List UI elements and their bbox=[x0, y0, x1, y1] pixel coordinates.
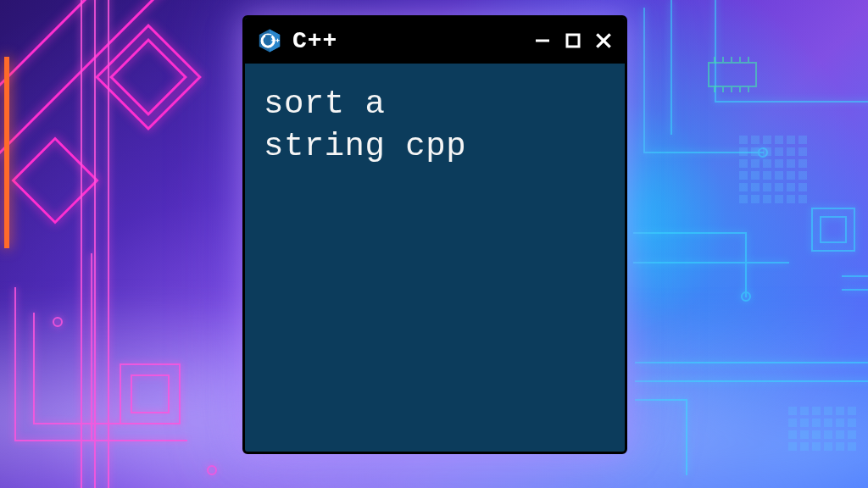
svg-rect-74 bbox=[800, 419, 809, 427]
svg-rect-77 bbox=[836, 419, 844, 427]
svg-rect-60 bbox=[798, 183, 807, 191]
svg-rect-37 bbox=[739, 147, 748, 156]
svg-rect-68 bbox=[800, 407, 809, 415]
content-text: sort a string cpp bbox=[264, 84, 606, 169]
svg-rect-50 bbox=[751, 171, 760, 180]
svg-rect-41 bbox=[787, 147, 795, 156]
svg-rect-62 bbox=[751, 195, 760, 203]
maximize-button[interactable] bbox=[564, 31, 582, 50]
svg-line-0 bbox=[0, 0, 170, 119]
svg-rect-64 bbox=[775, 195, 783, 203]
svg-rect-81 bbox=[812, 430, 821, 439]
window-controls bbox=[533, 31, 613, 50]
svg-rect-78 bbox=[848, 419, 856, 427]
svg-rect-59 bbox=[787, 183, 795, 191]
svg-rect-89 bbox=[836, 442, 844, 451]
svg-rect-53 bbox=[787, 171, 795, 180]
window-title: C++ bbox=[292, 28, 523, 54]
svg-rect-14 bbox=[812, 208, 854, 251]
svg-rect-82 bbox=[824, 430, 832, 439]
svg-rect-51 bbox=[763, 171, 771, 180]
svg-rect-80 bbox=[800, 430, 809, 439]
svg-rect-42 bbox=[798, 147, 807, 156]
svg-rect-9 bbox=[120, 364, 180, 424]
svg-rect-45 bbox=[763, 159, 771, 168]
svg-rect-46 bbox=[775, 159, 783, 168]
svg-point-12 bbox=[208, 466, 216, 474]
svg-rect-67 bbox=[788, 407, 797, 415]
titlebar[interactable]: C++ bbox=[245, 18, 625, 64]
svg-rect-63 bbox=[763, 195, 771, 203]
svg-rect-48 bbox=[798, 159, 807, 168]
svg-rect-70 bbox=[824, 407, 832, 415]
svg-rect-4 bbox=[14, 139, 97, 223]
svg-rect-73 bbox=[788, 419, 797, 427]
svg-rect-49 bbox=[739, 171, 748, 180]
svg-rect-33 bbox=[763, 136, 771, 144]
terminal-window: C++ sort a string cpp bbox=[242, 15, 627, 454]
svg-rect-56 bbox=[751, 183, 760, 191]
svg-rect-65 bbox=[787, 195, 795, 203]
svg-rect-85 bbox=[788, 442, 797, 451]
svg-rect-32 bbox=[751, 136, 760, 144]
svg-rect-102 bbox=[567, 35, 579, 47]
svg-rect-35 bbox=[787, 136, 795, 144]
svg-rect-34 bbox=[775, 136, 783, 144]
terminal-window-shadow: C++ sort a string cpp bbox=[242, 15, 627, 454]
svg-rect-61 bbox=[739, 195, 748, 203]
svg-rect-43 bbox=[739, 159, 748, 168]
minimize-button[interactable] bbox=[533, 31, 552, 50]
svg-rect-31 bbox=[739, 136, 748, 144]
svg-rect-95 bbox=[265, 35, 270, 46]
svg-rect-100 bbox=[276, 40, 280, 41]
svg-rect-98 bbox=[271, 40, 275, 41]
svg-rect-52 bbox=[775, 171, 783, 180]
cpp-logo-icon bbox=[257, 28, 282, 53]
svg-rect-44 bbox=[751, 159, 760, 168]
svg-rect-40 bbox=[775, 147, 783, 156]
svg-rect-47 bbox=[787, 159, 795, 168]
svg-rect-88 bbox=[824, 442, 832, 451]
svg-rect-36 bbox=[798, 136, 807, 144]
svg-rect-10 bbox=[131, 375, 169, 413]
svg-rect-79 bbox=[788, 430, 797, 439]
svg-point-11 bbox=[53, 318, 62, 326]
svg-rect-75 bbox=[812, 419, 821, 427]
window-content: sort a string cpp bbox=[245, 64, 625, 452]
svg-rect-66 bbox=[798, 195, 807, 203]
svg-line-1 bbox=[0, 0, 220, 186]
svg-rect-84 bbox=[848, 430, 856, 439]
svg-rect-55 bbox=[739, 183, 748, 191]
svg-rect-38 bbox=[751, 147, 760, 156]
svg-rect-57 bbox=[763, 183, 771, 191]
svg-rect-86 bbox=[800, 442, 809, 451]
svg-rect-76 bbox=[824, 419, 832, 427]
svg-rect-71 bbox=[836, 407, 844, 415]
svg-rect-54 bbox=[798, 171, 807, 180]
svg-rect-72 bbox=[848, 407, 856, 415]
svg-rect-39 bbox=[763, 147, 771, 156]
close-button[interactable] bbox=[594, 31, 613, 50]
svg-rect-87 bbox=[812, 442, 821, 451]
svg-rect-58 bbox=[775, 183, 783, 191]
svg-rect-69 bbox=[812, 407, 821, 415]
svg-rect-83 bbox=[836, 430, 844, 439]
svg-rect-15 bbox=[821, 217, 846, 242]
svg-rect-90 bbox=[848, 442, 856, 451]
